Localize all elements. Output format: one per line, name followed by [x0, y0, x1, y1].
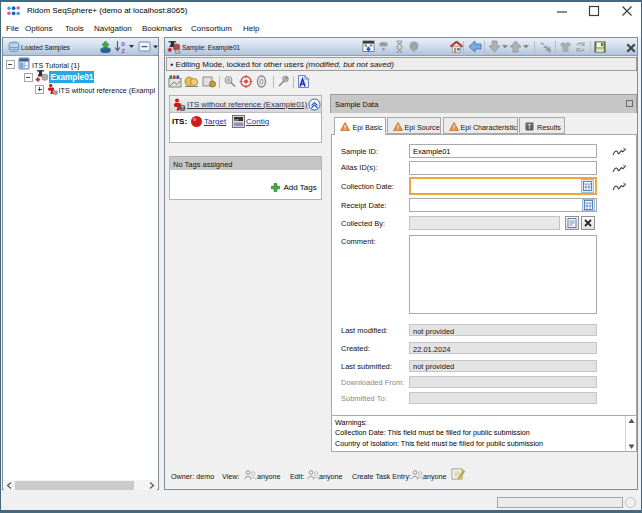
- svg-text:CT: CT: [234, 118, 239, 122]
- svg-text:T: T: [527, 123, 532, 130]
- svg-text:a: a: [121, 40, 125, 47]
- svg-text:T: T: [181, 105, 184, 111]
- svg-text:z: z: [122, 47, 126, 54]
